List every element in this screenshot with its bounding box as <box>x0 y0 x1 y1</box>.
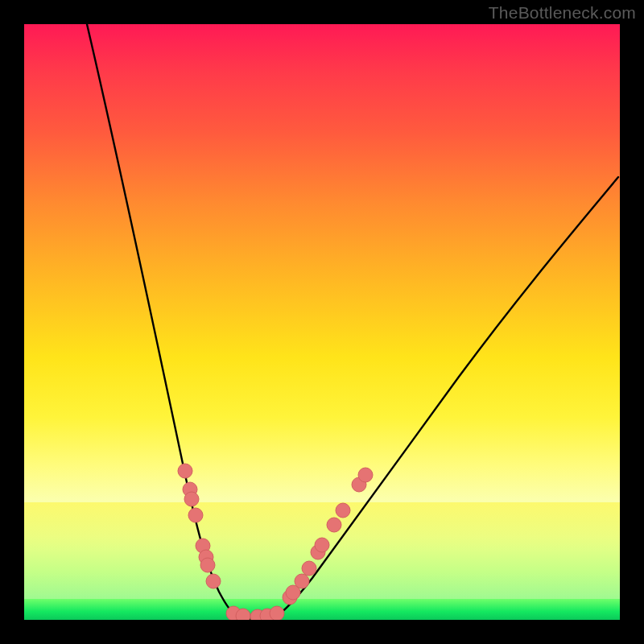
chart-stage: TheBottleneck.com <box>0 0 644 644</box>
marker-3 <box>188 508 203 522</box>
marker-18 <box>315 538 329 552</box>
marker-20 <box>336 503 350 518</box>
marker-6 <box>200 558 215 572</box>
series-right-branch <box>275 177 618 617</box>
series-left-branch <box>87 24 240 617</box>
marker-19 <box>327 518 341 532</box>
curve-layer <box>24 24 620 620</box>
marker-22 <box>358 468 373 482</box>
curve-paths <box>87 24 618 619</box>
plot-area <box>24 24 620 620</box>
marker-16 <box>302 561 316 576</box>
watermark-text: TheBottleneck.com <box>489 3 636 23</box>
marker-15 <box>295 574 309 588</box>
marker-0 <box>178 464 192 478</box>
marker-7 <box>206 574 221 588</box>
marker-12 <box>270 606 284 620</box>
marker-2 <box>184 492 199 506</box>
marker-9 <box>236 609 250 620</box>
curve-markers <box>178 464 373 620</box>
